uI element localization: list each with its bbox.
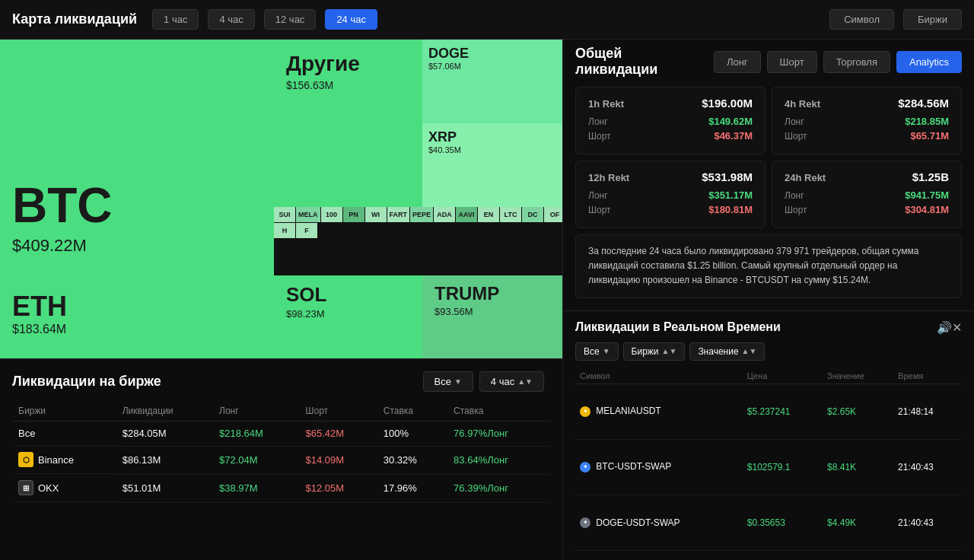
micro-wi[interactable]: WI [365,207,387,222]
stats-long-label: Лонг [588,190,608,201]
filter-exchange-chevron: ▲▼ [662,347,677,355]
rt-price: $0.35653 [743,495,823,550]
filter-btn-symbol[interactable]: Символ [829,9,894,30]
realtime-filters: Все ▼ Биржи ▲▼ Значение ▲▼ [575,342,962,361]
stats-card-1: 4h Rekt $284.56M Лонг $218.85M Шорт $65.… [772,87,962,154]
micro-ada[interactable]: ADA [434,207,455,222]
col-liquidations: Ликвидации [116,401,213,422]
micro-fart[interactable]: FART [387,207,410,222]
symbol-icon: ✦ [580,462,590,473]
exchange-filter-select[interactable]: Все ▼ [423,371,473,392]
list-item: ✦ BTC-USDT-SWAP $102579.1 $8.41K 21:40:4… [575,439,962,495]
rt-value: $4.49K [823,495,893,550]
rt-time: 21:40:43 [893,439,962,495]
stats-short-value: $304.81M [905,204,949,215]
tab-long[interactable]: Лонг [714,51,761,73]
list-item: ✦ DOGE-USDT-SWAP $0.35653 $4.49K 21:40:4… [575,495,962,550]
right-panel: Общей ликвидации Лонг Шорт Торговля Anal… [563,40,974,560]
time-btn-24h[interactable]: 24 час [325,9,377,30]
micro-of[interactable]: OF [544,207,562,222]
exchange-liquidations: $51.01M [116,474,213,502]
stats-card-long-row: Лонг $351.17M [588,189,753,201]
filter-btn-exchange[interactable]: Биржи [903,9,962,30]
col-exchange: Биржи [12,401,116,422]
exchange-rate: 17.96% [377,474,447,502]
tab-short[interactable]: Шорт [767,51,817,73]
realtime-filter-value[interactable]: Значение ▲▼ [689,342,765,361]
stats-card-title: 12h Rekt [588,172,629,183]
time-btn-1h[interactable]: 1 час [152,9,199,30]
stats-card-title: 24h Rekt [785,172,826,183]
treemap-sol[interactable]: SOL $98.23M [274,275,422,358]
exchange-name: ⊞OKX [12,474,116,502]
exchange-rate: 100% [377,422,447,447]
treemap-xrp[interactable]: XRP $40.35M [422,123,562,207]
filter-all-chevron: ▼ [603,347,610,355]
exchange-long: $72.04M [213,446,299,474]
micro-f[interactable]: F [296,223,317,238]
treemap-doge[interactable]: DOGE $57.06M [422,40,562,123]
micro-pepe[interactable]: PEPE [410,207,433,222]
sound-icon[interactable]: 🔊✕ [937,320,962,335]
tab-trading[interactable]: Торговля [823,51,890,73]
trump-name: TRUMP [434,283,559,304]
realtime-panel: Ликвидации в Реальном Времени 🔊✕ Все ▼ Б… [563,311,974,560]
micro-100[interactable]: 100 [321,207,342,222]
stats-card-3: 24h Rekt $1.25B Лонг $941.75M Шорт $304.… [772,161,962,228]
list-item: ✦ MELANIAUSDT $5.237241 $2.65K 21:48:14 [575,383,962,439]
rt-col-symbol: Символ [575,368,743,384]
micro-sui[interactable]: SUI [274,207,295,222]
micro-ltc[interactable]: LTC [500,207,521,222]
treemap-other[interactable]: Другие $156.63M [274,40,422,207]
doge-name: DOGE [428,46,562,62]
rt-time: 21:48:14 [893,383,962,439]
exchange-rate: 30.32% [377,446,447,474]
stats-card-short-row: Шорт $304.81M [785,204,949,215]
treemap-micro-row1: SUI MELA 100 PN WI FART PEPE ADA AAVI EN… [274,207,562,275]
sol-value: $98.23M [286,308,410,320]
stats-long-value: $941.75M [905,189,949,201]
time-btn-12h[interactable]: 12 час [264,9,317,30]
exchange-long: $38.97M [213,474,299,502]
micro-mela[interactable]: MELA [296,207,320,222]
rt-col-value: Значение [823,368,893,384]
stats-header: Общей ликвидации Лонг Шорт Торговля Anal… [575,40,962,87]
stats-card-total: $284.56M [898,97,949,110]
stats-short-value: $46.37M [714,130,753,142]
exchange-short: $12.05M [299,474,377,502]
treemap-btc[interactable]: BTC $409.22M [0,40,274,268]
treemap-eth[interactable]: ETH $183.64M [0,268,274,358]
other-value: $156.63M [286,79,410,91]
stats-card-0: 1h Rekt $196.00M Лонг $149.62M Шорт $46.… [575,87,766,154]
realtime-filter-exchange[interactable]: Биржи ▲▼ [623,342,686,361]
stats-card-header: 1h Rekt $196.00M [588,97,753,110]
stats-card-long-row: Лонг $941.75M [785,189,949,201]
treemap: BTC $409.22M ETH $183.64M [0,40,562,359]
exchange-time-select[interactable]: 4 час ▲▼ [479,371,544,392]
tab-analytics[interactable]: Analytics [896,51,962,73]
exchange-rate2: 76.97%Лонг [447,422,550,447]
exchange-rate2: 76.39%Лонг [447,474,550,502]
rt-symbol: ✦ BTC-USDT-SWAP [575,439,743,495]
rt-price: $5.237241 [743,383,823,439]
micro-aavi[interactable]: AAVI [456,207,477,222]
filter-value-chevron: ▲▼ [742,347,757,355]
col-rate1: Ставка [377,401,447,422]
symbol-icon: ✦ [580,517,590,528]
micro-pn[interactable]: PN [343,207,364,222]
stats-grid: 1h Rekt $196.00M Лонг $149.62M Шорт $46.… [575,87,962,228]
exchange-rate2: 83.64%Лонг [447,446,550,474]
micro-dc[interactable]: DC [522,207,543,222]
stats-long-value: $218.85M [905,116,949,127]
realtime-filter-all[interactable]: Все ▼ [575,342,619,361]
time-btn-4h[interactable]: 4 час [208,9,254,30]
realtime-table: Символ Цена Значение Время ✦ MELANIAUSDT… [575,368,962,551]
micro-h[interactable]: H [274,223,295,238]
micro-en[interactable]: EN [478,207,499,222]
stats-long-value: $351.17M [708,189,753,201]
stats-card-total: $1.25B [912,170,949,183]
exchange-long: $218.64M [213,422,299,447]
stats-long-label: Лонг [785,116,804,127]
treemap-trump[interactable]: TRUMP $93.56M [422,275,562,358]
trump-value: $93.56M [434,306,559,317]
